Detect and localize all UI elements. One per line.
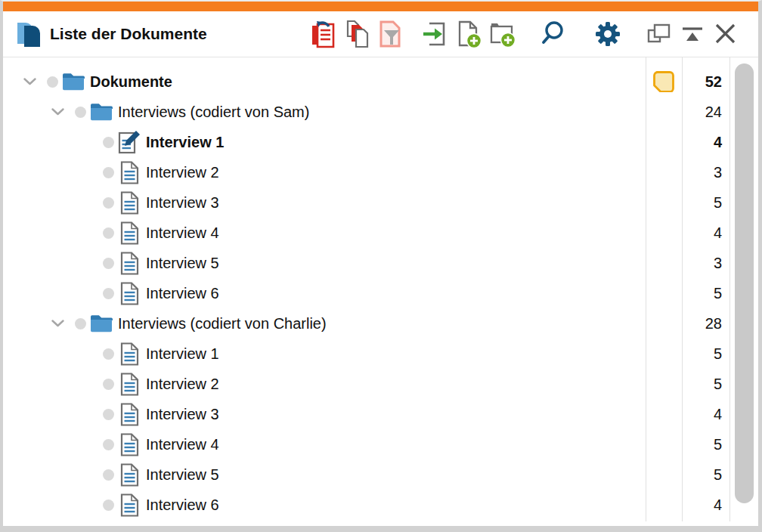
count-column-divider	[682, 57, 683, 521]
new-document-icon	[456, 20, 482, 48]
node-label: Interview 5	[146, 255, 646, 272]
activation-dot[interactable]	[103, 137, 114, 148]
memo-icon[interactable]	[653, 71, 674, 92]
activation-dot[interactable]	[103, 288, 114, 299]
document-icon	[118, 251, 141, 275]
activation-dot[interactable]	[103, 167, 114, 178]
node-label: Interviews (codiert von Charlie)	[118, 315, 646, 332]
node-label: Interview 3	[146, 406, 646, 423]
coded-segments-count: 4	[682, 134, 725, 151]
activation-dot[interactable]	[75, 107, 86, 118]
node-label: Interview 6	[146, 496, 646, 514]
scrollbar-thumb[interactable]	[735, 63, 754, 503]
collapse-panel-icon	[680, 20, 705, 48]
activation-dot[interactable]	[103, 500, 114, 511]
coded-segments-count: 52	[682, 73, 725, 91]
activation-dot[interactable]	[103, 348, 114, 360]
node-label: Interview 6	[146, 285, 646, 302]
folder-icon	[62, 70, 85, 94]
node-label: Interview 2	[146, 376, 646, 393]
coded-segments-count: 24	[682, 104, 725, 121]
new-folder-icon	[489, 20, 515, 48]
new-document-button[interactable]	[456, 20, 482, 48]
node-label: Interview 3	[146, 194, 646, 212]
coded-segments-count: 3	[682, 164, 725, 181]
document-icon	[118, 342, 141, 366]
node-label: Interviews (codiert von Sam)	[118, 104, 646, 121]
chevron-down-icon[interactable]	[49, 97, 66, 127]
new-document-group-button[interactable]	[489, 20, 515, 48]
scrollbar-divider	[729, 57, 730, 521]
chevron-down-icon[interactable]	[49, 308, 66, 339]
document-icon	[118, 281, 141, 305]
activation-dot[interactable]	[103, 439, 114, 450]
coded-segments-count: 5	[682, 376, 725, 393]
documents-icon	[17, 20, 41, 48]
document-icon	[118, 432, 141, 456]
document-icon	[118, 221, 141, 245]
coded-segments-count: 4	[682, 406, 725, 423]
close-button[interactable]	[713, 20, 739, 48]
activation-dot[interactable]	[103, 379, 114, 390]
toolbar	[311, 20, 739, 48]
import-documents-button[interactable]	[423, 20, 448, 48]
copy-documents-icon	[344, 20, 370, 48]
undock-windows-icon	[646, 20, 672, 48]
undock-button[interactable]	[646, 20, 672, 48]
gear-icon	[595, 20, 621, 48]
document-icon	[118, 402, 141, 426]
collapse-button[interactable]	[680, 20, 705, 48]
node-label: Interview 4	[146, 436, 646, 453]
coded-segments-count: 5	[682, 436, 725, 453]
copy-documents-button[interactable]	[344, 20, 370, 48]
node-label: Interview 1	[146, 134, 646, 151]
open-document-button[interactable]	[311, 20, 336, 48]
search-icon	[541, 20, 566, 48]
coded-segments-count: 4	[682, 224, 725, 242]
activation-dot[interactable]	[103, 197, 114, 209]
folder-icon	[90, 100, 113, 124]
coded-segments-count: 5	[682, 466, 725, 484]
coded-segments-count: 5	[682, 345, 725, 363]
document-icon	[118, 160, 141, 184]
document-icon	[118, 372, 141, 396]
accent-bar	[3, 2, 758, 11]
settings-button[interactable]	[595, 20, 621, 48]
titlebar: Liste der Dokumente	[3, 11, 758, 57]
coded-segments-count: 5	[682, 285, 725, 302]
folder-icon	[90, 311, 113, 336]
activation-dot[interactable]	[103, 409, 114, 420]
activation-dot[interactable]	[103, 227, 114, 239]
node-label: Interview 4	[146, 224, 646, 242]
document-edit-icon	[118, 130, 141, 154]
document-tree: Dokumente 52	[3, 57, 758, 526]
node-label: Interview 2	[146, 164, 646, 181]
filter-documents-button[interactable]	[377, 20, 403, 48]
activation-dot[interactable]	[47, 76, 58, 88]
node-label: Interview 1	[146, 345, 646, 363]
document-restore-icon	[311, 20, 336, 48]
document-icon	[118, 190, 141, 215]
document-icon	[118, 493, 141, 517]
document-filter-icon	[377, 20, 403, 48]
activation-dot[interactable]	[103, 258, 114, 269]
chevron-down-icon[interactable]	[21, 66, 38, 97]
activation-dot[interactable]	[75, 318, 86, 329]
node-label: Dokumente	[90, 73, 646, 91]
close-icon	[713, 20, 739, 48]
coded-segments-count: 3	[682, 255, 725, 272]
memo-column-divider	[646, 57, 646, 521]
coded-segments-count: 4	[682, 496, 725, 514]
document-list-window: Liste der Dokumente	[0, 0, 762, 532]
activation-dot[interactable]	[103, 469, 114, 481]
coded-segments-count: 5	[682, 194, 725, 212]
panel-title: Liste der Dokumente	[50, 25, 207, 43]
coded-segments-count: 28	[682, 315, 725, 332]
document-icon	[118, 462, 141, 487]
search-button[interactable]	[541, 20, 566, 48]
import-arrow-icon	[423, 20, 448, 48]
node-label: Interview 5	[146, 466, 646, 484]
